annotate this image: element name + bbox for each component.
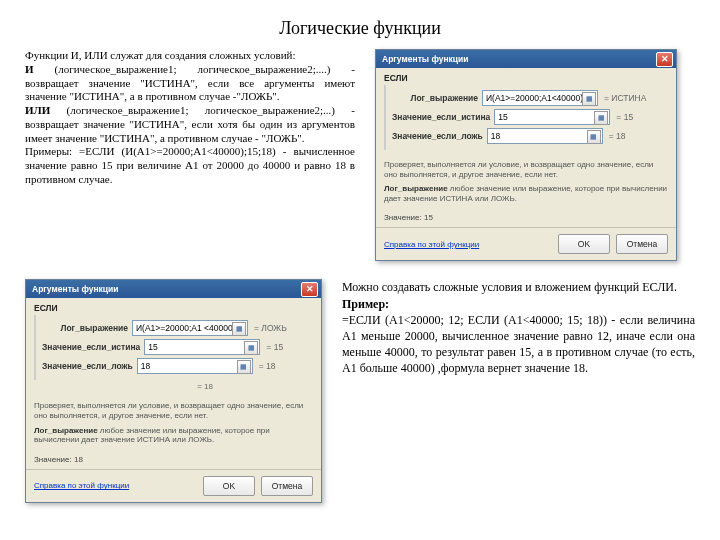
arg-eval: = 15	[260, 342, 313, 352]
range-select-icon[interactable]: ▦	[232, 322, 246, 336]
paragraph: Примеры: =ЕСЛИ (И(A1>=20000;A1<40000);15…	[25, 145, 355, 186]
arg-label: Значение_если_истина	[392, 112, 494, 122]
range-select-icon[interactable]: ▦	[594, 111, 608, 125]
function-arguments-dialog-1: Аргументы функции ✕ ЕСЛИ Лог_выражение И…	[375, 49, 677, 261]
arg-row: Значение_если_истина 15▦ = 15	[392, 108, 668, 125]
arg-value: И(A1>=20000;A1<40000)	[486, 93, 583, 103]
page-title: Логические функции	[0, 18, 720, 39]
function-arguments-dialog-2: Аргументы функции ✕ ЕСЛИ Лог_выражение И…	[25, 279, 322, 502]
top-text-block: Функции И, ИЛИ служат для создания сложн…	[25, 49, 355, 187]
function-name: ЕСЛИ	[384, 73, 668, 83]
dialog-footer: Справка по этой функции OK Отмена	[26, 469, 321, 502]
main-description: Проверяет, выполняется ли условие, и воз…	[384, 160, 668, 179]
close-button[interactable]: ✕	[301, 282, 318, 297]
close-icon: ✕	[661, 55, 669, 64]
param-desc-label: Лог_выражение	[34, 426, 98, 435]
paragraph: Можно создавать сложные условия и вложен…	[342, 279, 695, 295]
close-button[interactable]: ✕	[656, 52, 673, 67]
param-description: Лог_выражение любое значение или выражен…	[34, 426, 313, 445]
param-description: Лог_выражение любое значение или выражен…	[384, 184, 668, 203]
range-select-icon[interactable]: ▦	[237, 360, 251, 374]
arg-eval: = 15	[610, 112, 668, 122]
arg-value: 18	[491, 131, 500, 141]
argument-group: Лог_выражение И(A1>=20000;A1 <40000)▦ = …	[34, 315, 313, 380]
param-desc-label: Лог_выражение	[384, 184, 448, 193]
arg-eval: = ИСТИНА	[598, 93, 668, 103]
help-link[interactable]: Справка по этой функции	[384, 240, 479, 249]
help-link[interactable]: Справка по этой функции	[34, 481, 129, 490]
fn-or-label: ИЛИ	[25, 104, 50, 116]
arg-value: И(A1>=20000;A1 <40000)	[136, 323, 235, 333]
description-block: Проверяет, выполняется ли условие, и воз…	[34, 401, 313, 444]
fn-or-desc: (логическое_выражение1; логическое_выраж…	[25, 104, 355, 144]
paragraph: ИЛИ (логическое_выражение1; логическое_в…	[25, 104, 355, 145]
arg-label: Лог_выражение	[42, 323, 132, 333]
arg-row: Значение_если_ложь 18▦ = 18	[42, 357, 313, 374]
arg-input[interactable]: 15▦	[144, 339, 260, 355]
cancel-button[interactable]: Отмена	[616, 234, 668, 254]
cancel-button[interactable]: Отмена	[261, 476, 313, 496]
arg-row: Значение_если_истина 15▦ = 15	[42, 338, 313, 355]
result-row: Значение: 18	[34, 455, 313, 464]
pre-result: = 18	[34, 382, 313, 391]
dialog-footer: Справка по этой функции OK Отмена	[376, 227, 676, 260]
arg-value: 18	[141, 361, 150, 371]
close-icon: ✕	[306, 285, 314, 294]
ok-button[interactable]: OK	[558, 234, 610, 254]
arg-row: Значение_если_ложь 18▦ = 18	[392, 127, 668, 144]
dialog-title: Аргументы функции	[382, 54, 469, 64]
dialog-titlebar[interactable]: Аргументы функции ✕	[26, 280, 321, 298]
result-label: Значение:	[384, 213, 422, 222]
example-label: Пример:	[342, 296, 695, 312]
range-select-icon[interactable]: ▦	[587, 130, 601, 144]
arg-input[interactable]: 15▦	[494, 109, 610, 125]
paragraph: Функции И, ИЛИ служат для создания сложн…	[25, 49, 355, 63]
arg-eval: = ЛОЖЬ	[248, 323, 313, 333]
ok-button[interactable]: OK	[203, 476, 255, 496]
arg-eval: = 18	[253, 361, 313, 371]
arg-input[interactable]: 18▦	[487, 128, 603, 144]
paragraph: =ЕСЛИ (A1<20000; 12; ЕСЛИ (A1<40000; 15;…	[342, 312, 695, 377]
result-value: 18	[74, 455, 83, 464]
main-description: Проверяет, выполняется ли условие, и воз…	[34, 401, 313, 420]
arg-label: Лог_выражение	[392, 93, 482, 103]
arg-input[interactable]: 18▦	[137, 358, 253, 374]
paragraph: И (логическое_выражение1; логическое_выр…	[25, 63, 355, 104]
fn-and-desc: (логическое_выражение1; логическое_выраж…	[25, 63, 355, 103]
range-select-icon[interactable]: ▦	[582, 92, 596, 106]
arg-value: 15	[148, 342, 157, 352]
arg-eval: = 18	[603, 131, 668, 141]
arg-label: Значение_если_истина	[42, 342, 144, 352]
fn-and-label: И	[25, 63, 34, 75]
result-value: 15	[424, 213, 433, 222]
arg-label: Значение_если_ложь	[392, 131, 487, 141]
arg-value: 15	[498, 112, 507, 122]
description-block: Проверяет, выполняется ли условие, и воз…	[384, 160, 668, 203]
function-name: ЕСЛИ	[34, 303, 313, 313]
range-select-icon[interactable]: ▦	[244, 341, 258, 355]
arg-input[interactable]: И(A1>=20000;A1<40000)▦	[482, 90, 598, 106]
arg-row: Лог_выражение И(A1>=20000;A1 <40000)▦ = …	[42, 319, 313, 336]
arg-input[interactable]: И(A1>=20000;A1 <40000)▦	[132, 320, 248, 336]
argument-group: Лог_выражение И(A1>=20000;A1<40000)▦ = И…	[384, 85, 668, 150]
arg-row: Лог_выражение И(A1>=20000;A1<40000)▦ = И…	[392, 89, 668, 106]
dialog-title: Аргументы функции	[32, 284, 119, 294]
result-row: Значение: 15	[384, 213, 668, 222]
result-label: Значение:	[34, 455, 72, 464]
bottom-text-block: Можно создавать сложные условия и вложен…	[342, 279, 695, 376]
dialog-titlebar[interactable]: Аргументы функции ✕	[376, 50, 676, 68]
arg-label: Значение_если_ложь	[42, 361, 137, 371]
